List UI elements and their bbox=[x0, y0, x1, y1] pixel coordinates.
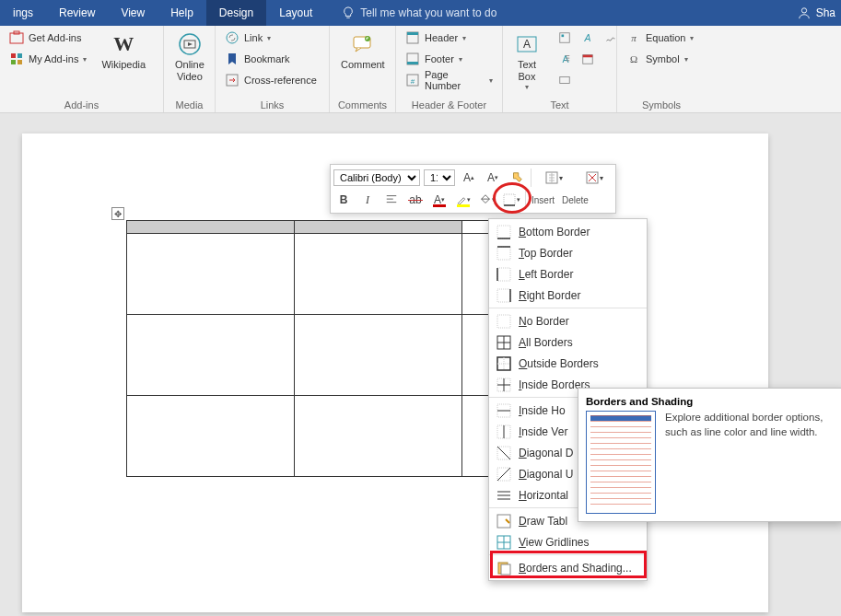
menu-item-label: Bottom Border bbox=[519, 226, 590, 238]
table-cell[interactable] bbox=[295, 315, 462, 396]
gridlines-icon bbox=[496, 535, 511, 550]
menu-item-border-left[interactable]: Left Border bbox=[489, 263, 647, 285]
cross-reference-button[interactable]: Cross-reference bbox=[221, 70, 321, 90]
menu-separator bbox=[489, 308, 647, 308]
menu-item-border-top[interactable]: Top Border bbox=[489, 242, 647, 263]
tab-review[interactable]: Review bbox=[46, 0, 108, 26]
table-cell[interactable] bbox=[295, 234, 462, 315]
page-number-button[interactable]: # Page Number bbox=[402, 70, 496, 90]
italic-button[interactable]: I bbox=[357, 190, 378, 210]
delete-split-button[interactable]: ▾ bbox=[576, 168, 613, 188]
menu-item-border-bottom[interactable]: Bottom Border bbox=[489, 221, 647, 242]
text-box-button[interactable]: A Text Box▾ bbox=[508, 28, 545, 96]
pagenum-icon: # bbox=[405, 73, 420, 87]
table-cell[interactable] bbox=[127, 396, 295, 477]
screentip-text: Explore additional border options, such … bbox=[665, 411, 836, 514]
bookmark-icon bbox=[225, 52, 239, 66]
group-header-footer: Header Footer # Page Number Header & Foo… bbox=[396, 26, 503, 112]
video-icon bbox=[177, 31, 203, 57]
date-time-button[interactable] bbox=[578, 49, 598, 69]
strikethrough-button[interactable]: ab bbox=[405, 190, 426, 210]
border-iv-icon bbox=[496, 424, 511, 439]
table-cell[interactable] bbox=[295, 396, 462, 477]
svg-rect-32 bbox=[497, 247, 510, 260]
mini-toolbar: Calibri (Body) 11 A▴ A▾ ▾ ▾ B I ab A▾ ▾ … bbox=[330, 164, 616, 214]
my-addins-button[interactable]: My Add-ins ▾ bbox=[6, 49, 90, 69]
tab-design[interactable]: Design bbox=[206, 0, 266, 26]
table-cell[interactable] bbox=[127, 221, 295, 234]
dropcap-button[interactable]: A bbox=[555, 49, 575, 69]
menu-item-label: Diagonal U bbox=[519, 468, 573, 481]
border-right-icon bbox=[496, 288, 511, 303]
border-diag-u-icon bbox=[496, 467, 511, 482]
menu-item-label: Left Border bbox=[519, 268, 573, 281]
format-painter-button[interactable] bbox=[507, 168, 527, 188]
user-icon bbox=[798, 6, 811, 19]
equation-button[interactable]: π Equation bbox=[623, 28, 697, 48]
group-label: Media bbox=[169, 99, 209, 112]
wordart-button[interactable]: A bbox=[578, 28, 598, 48]
wikipedia-button[interactable]: W Wikipedia bbox=[96, 28, 151, 75]
menu-item-gridlines[interactable]: View Gridlines bbox=[489, 531, 647, 552]
shading-button[interactable]: ▾ bbox=[477, 190, 497, 210]
tab-help[interactable]: Help bbox=[158, 0, 206, 26]
group-addins: Get Add-ins My Add-ins ▾ W Wikipedia Add… bbox=[0, 26, 164, 112]
comment-button[interactable]: Comment bbox=[335, 28, 391, 75]
font-color-button[interactable]: A▾ bbox=[429, 190, 450, 210]
menu-item-label: Inside Ho bbox=[519, 404, 566, 417]
border-ih-icon bbox=[496, 403, 511, 418]
svg-rect-5 bbox=[11, 60, 16, 64]
tell-me-search[interactable]: Tell me what you want to do bbox=[325, 6, 496, 19]
group-label: Symbols bbox=[623, 99, 700, 112]
footer-button[interactable]: Footer bbox=[402, 49, 496, 69]
get-addins-button[interactable]: Get Add-ins bbox=[6, 28, 90, 48]
group-links: Link ▾ Bookmark Cross-reference Links bbox=[216, 26, 330, 112]
delete-label: Delete bbox=[560, 195, 590, 205]
group-label: Links bbox=[221, 99, 323, 112]
tab-view[interactable]: View bbox=[108, 0, 158, 26]
table-cell[interactable] bbox=[295, 221, 462, 234]
font-select[interactable]: Calibri (Body) bbox=[333, 169, 420, 186]
svg-point-9 bbox=[227, 32, 238, 43]
menu-item-label: Inside Ver bbox=[519, 425, 567, 438]
group-label: Text bbox=[508, 99, 611, 112]
menu-item-border-all[interactable]: All Borders bbox=[489, 331, 647, 353]
menu-item-border-right[interactable]: Right Border bbox=[489, 285, 647, 306]
borders-split-button[interactable]: ▾ bbox=[501, 190, 521, 210]
bold-button[interactable]: B bbox=[333, 190, 354, 210]
tab-layout[interactable]: Layout bbox=[266, 0, 325, 26]
quick-parts-button[interactable] bbox=[555, 28, 575, 48]
wikipedia-icon: W bbox=[111, 31, 136, 57]
svg-text:#: # bbox=[411, 77, 415, 86]
table-cell[interactable] bbox=[127, 315, 295, 396]
svg-text:A: A bbox=[523, 38, 531, 51]
symbol-button[interactable]: Ω Symbol bbox=[623, 49, 697, 69]
border-bottom-icon bbox=[496, 225, 511, 239]
insert-split-button[interactable]: ▾ bbox=[535, 168, 572, 188]
svg-rect-1 bbox=[10, 33, 23, 43]
bookmark-button[interactable]: Bookmark bbox=[221, 49, 321, 69]
table-move-handle[interactable]: ✥ bbox=[111, 207, 124, 220]
border-diag-d-icon bbox=[496, 446, 511, 460]
header-button[interactable]: Header bbox=[402, 28, 496, 48]
menu-item-label: Draw Tabl bbox=[519, 515, 567, 528]
group-media: Online Video Media bbox=[164, 26, 216, 112]
link-button[interactable]: Link ▾ bbox=[221, 28, 321, 48]
grow-font-button[interactable]: A▴ bbox=[459, 168, 479, 188]
shrink-font-button[interactable]: A▾ bbox=[483, 168, 503, 188]
user-account[interactable]: Sha bbox=[798, 6, 841, 19]
group-label: Header & Footer bbox=[402, 99, 496, 112]
online-video-button[interactable]: Online Video bbox=[169, 28, 210, 87]
menu-item-border-none[interactable]: No Border bbox=[489, 310, 647, 331]
border-top-icon bbox=[496, 246, 511, 261]
font-size-select[interactable]: 11 bbox=[424, 169, 455, 186]
highlight-button[interactable]: ▾ bbox=[453, 190, 473, 210]
tab-truncated[interactable]: ings bbox=[0, 0, 46, 26]
table-cell[interactable] bbox=[127, 234, 295, 315]
menu-item-label: Diagonal D bbox=[519, 447, 573, 459]
object-button[interactable] bbox=[555, 70, 575, 90]
menu-item-border-outside[interactable]: Outside Borders bbox=[489, 353, 647, 374]
align-button[interactable] bbox=[381, 190, 402, 210]
equation-icon: π bbox=[626, 30, 641, 45]
svg-rect-6 bbox=[18, 60, 22, 64]
